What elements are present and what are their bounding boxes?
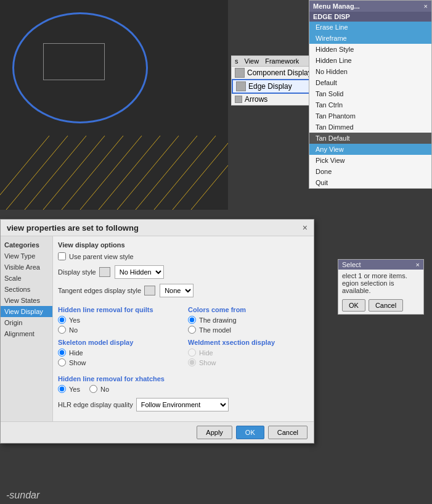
skeleton-show-label: Show <box>69 359 86 366</box>
hlr-quality-select[interactable]: Follow Environment <box>136 398 229 411</box>
sidebar-item-alignment[interactable]: Alignment <box>1 328 52 339</box>
sidebar-item-view-type[interactable]: View Type <box>1 250 52 262</box>
drawing-area <box>0 0 228 210</box>
menu-item-hidden-style[interactable]: Hidden Style <box>309 44 431 55</box>
sidebar-item-visible-area[interactable]: Visible Area <box>1 262 52 273</box>
menu-panel-close[interactable]: × <box>424 2 428 10</box>
display-style-row: Display style No Hidden <box>58 265 309 279</box>
select-ok-button[interactable]: OK <box>342 299 365 312</box>
hlr-quilts-label: Hidden line removal for quilts <box>58 306 179 313</box>
svg-line-1 <box>6 136 68 210</box>
svg-line-6 <box>99 136 160 210</box>
skeleton-hide-row: Hide <box>58 349 179 357</box>
weldment-show-radio[interactable] <box>188 358 196 366</box>
select-cancel-button[interactable]: Cancel <box>369 299 403 312</box>
dialog-footer: Apply OK Cancel <box>1 421 314 443</box>
hlr-yes-row: Yes <box>58 316 179 324</box>
menu-item-erase-line[interactable]: Erase Line <box>309 22 431 33</box>
sidebar-item-scale[interactable]: Scale <box>1 273 52 284</box>
hlr-no-radio[interactable] <box>58 326 66 334</box>
use-parent-label: Use parent view style <box>69 253 134 260</box>
menu-item-any-view[interactable]: Any View <box>309 144 431 155</box>
menu-item-no-hidden[interactable]: No Hidden <box>309 66 431 77</box>
menu-item-tan-phantom[interactable]: Tan Phantom <box>309 110 431 122</box>
apply-button[interactable]: Apply <box>197 426 232 439</box>
weldment-hide-label: Hide <box>199 349 213 357</box>
svg-line-4 <box>62 136 123 210</box>
hlr-x-yes-row: Yes <box>58 385 80 393</box>
toolbar-tab-view[interactable]: View <box>245 57 259 65</box>
options-header: View display options <box>58 241 309 249</box>
dialog-close[interactable]: × <box>303 223 308 233</box>
colors-model-label: The model <box>199 326 231 334</box>
menu-item-wireframe[interactable]: Wireframe <box>309 33 431 44</box>
menu-item-default[interactable]: Default <box>309 77 431 88</box>
watermark: -sundar <box>6 490 39 501</box>
hlr-x-yes-radio[interactable] <box>58 385 66 393</box>
use-parent-checkbox[interactable] <box>58 252 66 260</box>
cancel-button[interactable]: Cancel <box>268 426 308 439</box>
toolbar-tab-s[interactable]: s <box>235 57 238 65</box>
select-panel-body: elect 1 or more items. egion selection i… <box>338 270 423 297</box>
menu-item-pick-view[interactable]: Pick View <box>309 155 431 166</box>
svg-line-11 <box>191 136 228 210</box>
sidebar-item-view-states[interactable]: View States <box>1 295 52 306</box>
menu-item-done[interactable]: Done <box>309 166 431 177</box>
sidebar-item-view-display[interactable]: View Display <box>1 306 52 317</box>
menu-item-tan-solid[interactable]: Tan Solid <box>309 88 431 99</box>
skeleton-hide-radio[interactable] <box>58 349 66 357</box>
dialog-title: view properties are set to followng <box>7 223 139 233</box>
dialog-body: Categories View Type Visible Area Scale … <box>1 236 314 421</box>
hlr-yes-radio[interactable] <box>58 316 66 324</box>
skeleton-radios: Hide Show <box>58 349 179 366</box>
toolbar-tab-framework[interactable]: Framework <box>265 57 299 65</box>
weldment-hide-radio[interactable] <box>188 349 196 357</box>
display-style-label: Display style <box>58 268 96 276</box>
ok-button[interactable]: OK <box>236 426 264 439</box>
svg-line-7 <box>117 136 179 210</box>
edge-display-label: Edge Display <box>248 82 292 91</box>
two-col-section: Hidden line removal for quilts Yes No Sk… <box>58 302 309 371</box>
display-style-icon <box>99 267 110 277</box>
arrows-icon <box>235 96 242 103</box>
hlr-xhatches-radios: Yes No <box>58 385 309 393</box>
tangent-select[interactable]: None <box>160 284 194 297</box>
weldment-label: Weldment xsection display <box>188 339 309 346</box>
left-col: Hidden line removal for quilts Yes No Sk… <box>58 302 179 371</box>
inner-rect <box>43 43 105 80</box>
sidebar-item-origin[interactable]: Origin <box>1 317 52 328</box>
menu-item-tan-dimmed[interactable]: Tan Dimmed <box>309 122 431 133</box>
sidebar-item-sections[interactable]: Sections <box>1 284 52 295</box>
skeleton-hide-label: Hide <box>69 349 83 357</box>
weldment-radios: Hide Show <box>188 349 309 366</box>
colors-drawing-radio[interactable] <box>188 316 196 324</box>
edge-display-icon <box>236 81 246 91</box>
colors-label: Colors come from <box>188 306 309 313</box>
menu-item-quit[interactable]: Quit <box>309 177 431 188</box>
skeleton-show-radio[interactable] <box>58 358 66 366</box>
select-panel-title: Select <box>342 261 361 268</box>
hlr-yes-label: Yes <box>69 316 80 324</box>
svg-line-3 <box>43 136 105 210</box>
menu-panel: Menu Manag... × EDGE DISP Erase Line Wir… <box>309 0 432 189</box>
categories-header: Categories <box>1 239 52 250</box>
menu-item-hidden-line[interactable]: Hidden Line <box>309 55 431 66</box>
svg-line-8 <box>136 136 197 210</box>
hlr-quality-label: HLR edge display quality <box>58 401 133 408</box>
menu-item-tan-default[interactable]: Tan Default <box>309 133 431 144</box>
select-line2: egion selection is available. <box>342 279 420 294</box>
menu-item-tan-ctrln[interactable]: Tan Ctrln <box>309 99 431 110</box>
colors-drawing-row: The drawing <box>188 316 309 324</box>
skeleton-show-row: Show <box>58 358 179 366</box>
weldment-show-row: Show <box>188 358 309 366</box>
menu-section-header: EDGE DISP <box>309 12 431 22</box>
weldment-hide-row: Hide <box>188 349 309 357</box>
colors-drawing-label: The drawing <box>199 316 237 324</box>
hlr-x-no-radio[interactable] <box>89 385 97 393</box>
colors-model-radio[interactable] <box>188 326 196 334</box>
colors-radios: The drawing The model <box>188 316 309 334</box>
drawing-canvas <box>0 0 228 210</box>
hlr-x-no-row: No <box>89 385 109 393</box>
select-panel-close[interactable]: × <box>416 261 420 268</box>
display-style-select[interactable]: No Hidden <box>115 265 164 279</box>
